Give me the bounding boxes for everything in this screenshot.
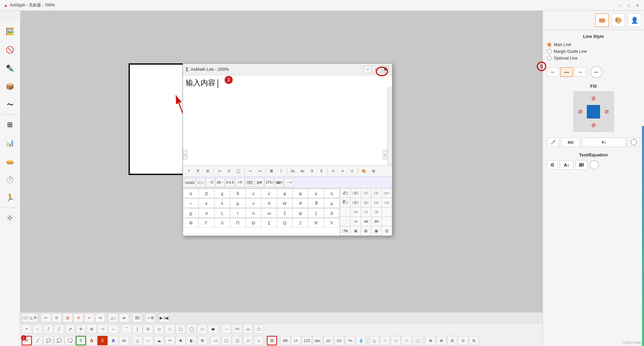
sym-bracket[interactable]: ()[]{} [245, 178, 254, 187]
section-copy[interactable]: ⎘ [52, 313, 62, 323]
dtb-sup-small[interactable]: Aa [298, 167, 307, 175]
dtb-settings[interactable]: ⚙ [203, 167, 212, 175]
section-shape[interactable]: △○ [108, 313, 118, 323]
tool-plus-arrow[interactable]: ⊕ [87, 324, 97, 334]
dtb-paste[interactable]: 📋 [234, 167, 243, 175]
arrow-left-btn[interactable]: ← [547, 67, 559, 77]
sym-upsilon[interactable]: υ [246, 208, 261, 218]
tool-cross[interactable]: ✛ [76, 324, 86, 334]
tool-grid[interactable]: ⊞ [2, 116, 19, 133]
mop-blank2[interactable] [382, 207, 392, 217]
scroll-left[interactable]: ‹ [183, 150, 188, 160]
tool-sq2[interactable]: □ [401, 336, 412, 345]
tool-half-circle[interactable]: ◐ [186, 336, 197, 345]
radio-optional-line[interactable]: Optional Line [547, 56, 640, 61]
dtb-color[interactable]: 🎨 [360, 167, 368, 175]
sym-Phi[interactable]: Φ [183, 218, 199, 228]
mop-pct[interactable]: □% [340, 226, 350, 236]
mop-supsub1[interactable]: □□□ [382, 188, 392, 198]
section-align[interactable]: ⇌ [119, 313, 129, 323]
tool-special2[interactable]: 💧 [356, 336, 366, 345]
tool-special[interactable]: ⊹ [2, 209, 19, 226]
tool-circle-outline[interactable]: ○ [143, 336, 153, 345]
text-gear-btn[interactable]: ⚙ [547, 160, 558, 170]
maximize-button[interactable]: □ [625, 2, 632, 9]
fill-cell-center[interactable] [587, 105, 600, 118]
radio-main-line-input[interactable] [547, 42, 552, 47]
mop-cbrt[interactable]: ∛□ [340, 198, 350, 207]
tool-abc[interactable]: abc [313, 336, 323, 345]
section-cut[interactable]: ✂ [41, 313, 51, 323]
tool-badge1[interactable]: 1 ✕ [22, 336, 32, 345]
tool-oval[interactable]: ⬭ [197, 324, 207, 334]
mop-frac1[interactable]: □/□ [350, 188, 361, 198]
dtb-font[interactable]: F [194, 167, 203, 175]
sym-mu[interactable]: μ [230, 198, 246, 208]
sym-lambda[interactable]: λ [214, 198, 230, 208]
sym-Gamma[interactable]: Γ [199, 218, 214, 228]
sym-omega[interactable]: ω [261, 208, 277, 218]
tool-frame[interactable]: ⊞ [267, 336, 277, 345]
tool-rect3[interactable]: ▭ [210, 336, 221, 345]
tool-num5-green[interactable]: 5 [76, 336, 86, 345]
dtb-undo[interactable]: ↩ [246, 167, 255, 175]
sym-zeta[interactable]: ζ [308, 208, 324, 218]
tool-rect-r[interactable]: ◲ [232, 336, 242, 345]
dtb-align-left[interactable]: ≡ [329, 167, 338, 175]
fill-cell-tc[interactable]: ⊘ [587, 92, 600, 105]
sym-integral[interactable]: ∫φⅢ [255, 178, 264, 187]
mop-sub1[interactable]: □□ [371, 188, 382, 198]
sym-equiv[interactable]: ≡⊼ [235, 178, 245, 187]
sym-theta2[interactable]: ϑ [308, 198, 324, 208]
tool-pie[interactable]: 🥧 [2, 153, 19, 170]
sym-sum[interactable]: ΣΠU [264, 178, 274, 187]
tool-a-green[interactable]: A [87, 336, 97, 345]
dtb-help[interactable]: ? [184, 167, 193, 175]
section-delete[interactable]: ✕ [73, 313, 84, 323]
dialog-minimize[interactable]: − [364, 66, 372, 73]
section-settings[interactable]: ☆⚙ [145, 313, 156, 323]
dtb-sub-small[interactable]: Aa [289, 167, 297, 175]
sym-Omega[interactable]: Ω [277, 218, 293, 228]
sym-matrix[interactable]: {▦}≡ [274, 178, 284, 187]
tool-ellipse[interactable]: ◯ [186, 324, 197, 334]
fill-cell-mr[interactable]: ⊘ [600, 105, 613, 118]
tool-curve1[interactable]: ⌒ [121, 324, 132, 334]
sym-epsilon1[interactable]: ε [246, 189, 261, 198]
tool-t-shape[interactable]: ⊣ [97, 324, 108, 334]
dtb-align-center[interactable]: ≡ [338, 167, 347, 175]
sym-kappa[interactable]: κ [199, 198, 214, 208]
tool-gear2[interactable]: ⚙ [197, 336, 207, 345]
tool-degree[interactable]: °m [345, 336, 355, 345]
fill-cell-bc[interactable]: ⊘ [587, 118, 600, 132]
sym-Pi[interactable]: Π [230, 218, 246, 228]
mop-2M[interactable]: 2M [371, 217, 382, 226]
tool-circle-sm[interactable]: ○ [32, 324, 43, 334]
radio-main-line[interactable]: Main Line [547, 42, 640, 47]
mop-n3[interactable]: □-3 [350, 207, 361, 217]
sym-phi1[interactable]: φ [277, 189, 293, 198]
mop-grid2[interactable]: ⊟ [361, 226, 371, 236]
sym-delta[interactable]: δ [230, 189, 246, 198]
tool-num5-red[interactable]: 5 [97, 336, 108, 345]
dtb-cut[interactable]: ✂ [215, 167, 224, 175]
tool-dot[interactable]: • [22, 324, 32, 334]
tool-flower[interactable]: ❀ [176, 336, 186, 345]
sym-gamma[interactable]: γ [308, 189, 324, 198]
mop-1M[interactable]: 1M [361, 217, 371, 226]
dtb-bold[interactable]: B [267, 167, 276, 175]
tool-arrow-right[interactable]: → [221, 324, 231, 334]
sym-accent[interactable]: â ä ã [225, 178, 235, 187]
mop-sup1[interactable]: □□ [361, 188, 371, 198]
fill-cell-tr[interactable] [600, 92, 613, 105]
mop-r2[interactable]: □□ [371, 198, 382, 207]
paint-brush-btn[interactable]: 🖌️ [547, 137, 559, 147]
dtb-italic[interactable]: I [277, 167, 285, 175]
panel-layers-btn[interactable] [595, 14, 609, 27]
tool-circle-eq[interactable]: ⊜ [469, 336, 479, 345]
tool-curve2[interactable]: ∫ [132, 324, 142, 334]
tool-dial[interactable]: ⏱️ [2, 171, 19, 188]
tool-rounded2[interactable]: ▢ [221, 336, 231, 345]
tool-123[interactable]: 123 [302, 336, 312, 345]
mop-n5[interactable]: □5 [350, 217, 361, 226]
